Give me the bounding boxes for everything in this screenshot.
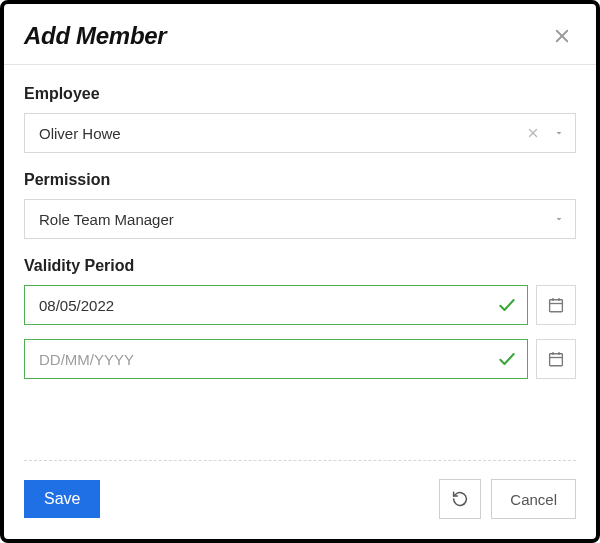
- validity-start-field[interactable]: [24, 285, 528, 325]
- validity-start-row: [24, 285, 576, 325]
- employee-value: Oliver Howe: [39, 125, 519, 142]
- cancel-button[interactable]: Cancel: [491, 479, 576, 519]
- employee-clear-button[interactable]: [519, 125, 547, 142]
- validity-end-row: [24, 339, 576, 379]
- modal-title: Add Member: [24, 22, 166, 50]
- modal-body: Employee Oliver Howe Permission Role Tea…: [4, 65, 596, 460]
- close-button[interactable]: [548, 22, 576, 50]
- employee-caret: [547, 127, 565, 139]
- modal-footer: Save Cancel: [24, 460, 576, 539]
- validity-end-input[interactable]: [39, 351, 497, 368]
- check-icon: [497, 295, 517, 315]
- permission-caret: [547, 213, 565, 225]
- permission-label: Permission: [24, 171, 576, 189]
- chevron-down-icon: [553, 127, 565, 139]
- clear-icon: [527, 127, 539, 139]
- permission-select[interactable]: Role Team Manager: [24, 199, 576, 239]
- validity-start-input[interactable]: [39, 297, 497, 314]
- permission-value: Role Team Manager: [39, 211, 547, 228]
- undo-icon: [451, 490, 469, 508]
- modal-header: Add Member: [4, 4, 596, 65]
- calendar-icon: [547, 350, 565, 368]
- chevron-down-icon: [553, 213, 565, 225]
- validity-end-calendar-button[interactable]: [536, 339, 576, 379]
- reset-button[interactable]: [439, 479, 481, 519]
- validity-label: Validity Period: [24, 257, 576, 275]
- validity-end-field[interactable]: [24, 339, 528, 379]
- svg-rect-4: [550, 300, 563, 312]
- close-icon: [553, 27, 571, 45]
- footer-right: Cancel: [439, 479, 576, 519]
- svg-rect-8: [550, 354, 563, 366]
- add-member-modal: Add Member Employee Oliver Howe: [0, 0, 600, 543]
- validity-start-calendar-button[interactable]: [536, 285, 576, 325]
- save-button[interactable]: Save: [24, 480, 100, 518]
- employee-select[interactable]: Oliver Howe: [24, 113, 576, 153]
- employee-label: Employee: [24, 85, 576, 103]
- check-icon: [497, 349, 517, 369]
- calendar-icon: [547, 296, 565, 314]
